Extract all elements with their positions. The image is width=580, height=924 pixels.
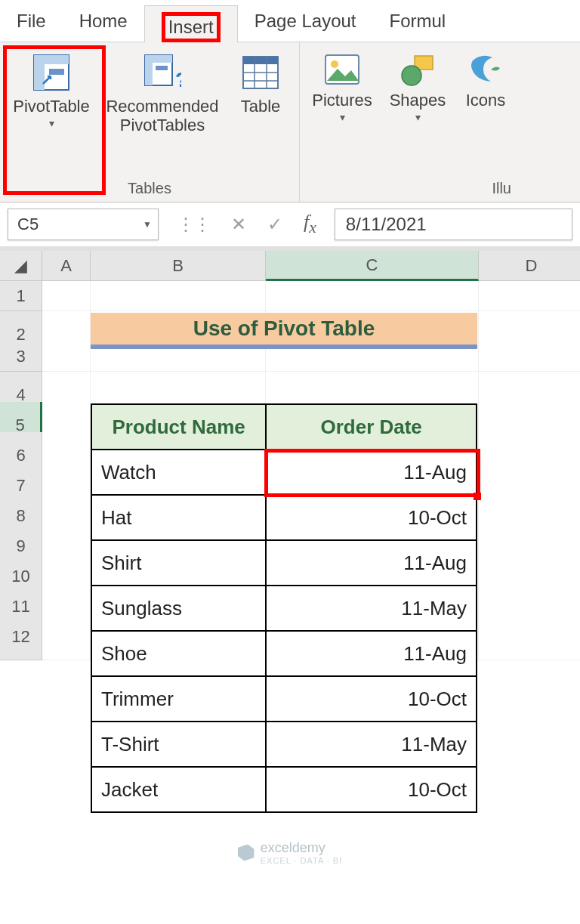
group-illustrations-label: Illu (492, 178, 516, 200)
pivot-table-label: PivotTable (13, 97, 90, 116)
row-header[interactable]: 12 (0, 613, 42, 660)
ribbon-group-tables: PivotTable ▾ ? Recommended PivotTables (0, 42, 300, 202)
ribbon-tabs: File Home Insert Page Layout Formul (0, 0, 580, 42)
tab-formulas[interactable]: Formul (373, 5, 463, 39)
shapes-label: Shapes (390, 91, 446, 110)
col-header-b[interactable]: B (91, 251, 266, 281)
col-header-d[interactable]: D (479, 251, 580, 281)
chevron-down-icon: ▾ (340, 111, 345, 123)
watermark: exceldemy EXCEL · DATA · BI (238, 840, 343, 865)
table-row[interactable]: Sunglass11-May (91, 586, 477, 631)
svg-rect-2 (45, 55, 69, 64)
cell-product: Trimmer (91, 676, 266, 722)
cell-date: 11-Aug (266, 450, 477, 495)
table-row[interactable]: T-Shirt11-May (91, 722, 477, 767)
recommended-pivot-button[interactable]: ? Recommended PivotTables (98, 47, 227, 178)
table-label: Table (241, 97, 281, 116)
table-header-row: Product Name Order Date (91, 404, 477, 450)
tab-file[interactable]: File (0, 5, 63, 39)
name-box-value: C5 (17, 215, 39, 234)
svg-point-16 (331, 60, 338, 68)
table-row[interactable]: Hat10-Oct (91, 495, 477, 540)
cell-product: Watch (91, 450, 266, 495)
svg-rect-1 (34, 55, 45, 90)
table-row[interactable]: Watch11-Aug (91, 450, 477, 495)
shapes-button[interactable]: Shapes ▾ (380, 47, 455, 178)
table-icon (239, 51, 282, 94)
cell-product: Hat (91, 495, 266, 540)
cell-product: Shoe (91, 631, 266, 676)
svg-rect-7 (156, 66, 168, 70)
title-banner: Use of Pivot Table (91, 313, 477, 357)
worksheet: ◢ A B C D 1 2 3 4 5 6 7 8 9 10 11 12 Use… (0, 251, 580, 874)
cell-date: 11-Aug (266, 540, 477, 586)
table-row[interactable]: Shoe11-Aug (91, 631, 477, 676)
formula-bar-controls: ⋮⋮ ✕ ✓ fx (159, 211, 335, 237)
data-table: Product Name Order Date Watch11-Aug Hat1… (91, 403, 477, 813)
table-row[interactable]: Trimmer10-Oct (91, 676, 477, 722)
watermark-tag: EXCEL · DATA · BI (261, 856, 343, 865)
svg-point-18 (402, 66, 421, 85)
cell-product: Jacket (91, 767, 266, 812)
cell-product: Sunglass (91, 586, 266, 631)
formula-input[interactable]: 8/11/2021 (335, 209, 572, 240)
svg-rect-5 (145, 55, 153, 85)
title-text: Use of Pivot Table (91, 313, 477, 349)
fill-handle[interactable] (474, 493, 481, 500)
pictures-icon (324, 51, 360, 88)
icons-label: Icons (466, 91, 506, 110)
svg-text:?: ? (175, 68, 181, 91)
cell-date: 11-Aug (266, 631, 477, 676)
chevron-down-icon: ▼ (143, 219, 152, 230)
row-header[interactable]: 1 (0, 281, 42, 311)
drag-handle-icon[interactable]: ⋮⋮ (177, 214, 210, 235)
cell-date: 10-Oct (266, 495, 477, 540)
name-box[interactable]: C5 ▼ (8, 209, 159, 240)
table-row[interactable]: Jacket10-Oct (91, 767, 477, 812)
tab-page-layout[interactable]: Page Layout (238, 5, 373, 39)
tab-home[interactable]: Home (63, 5, 144, 39)
header-product: Product Name (91, 404, 266, 450)
chevron-down-icon: ▾ (415, 111, 421, 123)
table-row[interactable]: Shirt11-Aug (91, 540, 477, 586)
cell-date: 10-Oct (266, 767, 477, 812)
select-all-corner[interactable]: ◢ (0, 251, 42, 281)
pictures-label: Pictures (312, 91, 372, 110)
fx-icon[interactable]: fx (304, 211, 316, 237)
watermark-brand: exceldemy (261, 840, 325, 855)
ribbon-body: PivotTable ▾ ? Recommended PivotTables (0, 42, 580, 202)
pivot-table-icon (30, 51, 72, 94)
cell-date: 11-May (266, 722, 477, 767)
cell-date: 10-Oct (266, 676, 477, 722)
svg-rect-3 (49, 69, 64, 75)
recommended-pivot-label: Recommended PivotTables (106, 97, 218, 135)
shapes-icon (400, 51, 436, 88)
icons-button[interactable]: Icons (455, 47, 516, 178)
formula-value: 8/11/2021 (346, 214, 427, 235)
cancel-icon[interactable]: ✕ (231, 214, 246, 235)
ribbon-group-illustrations: Pictures ▾ Shapes ▾ (300, 42, 520, 202)
header-date: Order Date (266, 404, 477, 450)
cell-product: Shirt (91, 540, 266, 586)
cell-date: 11-May (266, 586, 477, 631)
svg-rect-10 (243, 57, 278, 64)
enter-icon[interactable]: ✓ (267, 214, 282, 235)
row-header[interactable]: 3 (0, 341, 42, 372)
cell-product: T-Shirt (91, 722, 266, 767)
table-button[interactable]: Table (227, 47, 295, 178)
formula-bar-row: C5 ▼ ⋮⋮ ✕ ✓ fx 8/11/2021 (0, 202, 580, 251)
svg-rect-6 (153, 55, 172, 63)
tab-insert-label: Insert (162, 12, 221, 42)
recommended-pivot-icon: ? (141, 51, 184, 94)
watermark-logo-icon (238, 845, 255, 861)
group-tables-label: Tables (128, 178, 171, 200)
col-header-a[interactable]: A (42, 251, 91, 281)
pictures-button[interactable]: Pictures ▾ (304, 47, 380, 178)
icons-icon (467, 51, 504, 88)
col-header-c[interactable]: C (266, 251, 479, 281)
chevron-down-icon: ▾ (49, 117, 54, 129)
pivot-table-button[interactable]: PivotTable ▾ (5, 47, 98, 178)
